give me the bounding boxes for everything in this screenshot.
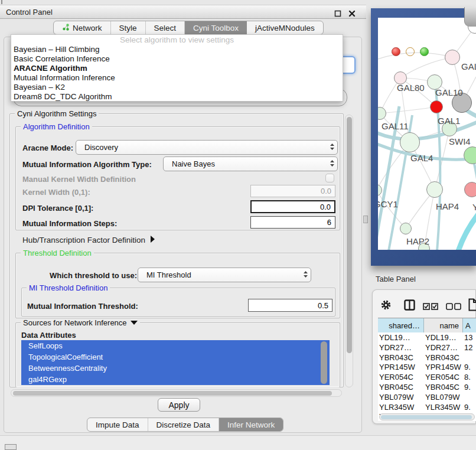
- which-threshold-combobox[interactable]: MI Threshold: [138, 268, 311, 282]
- network-node-hap4[interactable]: [426, 181, 443, 198]
- attributes-list-scrollbar[interactable]: [321, 341, 327, 384]
- tab-style[interactable]: Style: [111, 21, 146, 34]
- file-icon[interactable]: [468, 298, 476, 314]
- network-canvas[interactable]: GALGAL80GAL10GAL1GAL11SWI4GAL4GCY1HAP4YH…: [378, 18, 476, 250]
- table-cell: YLR345W: [379, 403, 423, 413]
- mi-steps-label: Mutual Information Steps:: [22, 219, 117, 228]
- control-panel-title: Control Panel: [6, 8, 53, 17]
- table-cell: 12: [464, 343, 476, 353]
- aracne-mode-label: Aracne Mode:: [22, 144, 73, 152]
- table-row[interactable]: YBR043CYBR043C: [378, 353, 476, 363]
- settings-vertical-scrollbar[interactable]: [345, 115, 353, 387]
- which-threshold-value: MI Threshold: [138, 270, 300, 279]
- hub-definition-section-toggle[interactable]: Hub/Transcription Factor Definition: [22, 236, 155, 244]
- tab-network[interactable]: Network: [54, 21, 111, 34]
- data-attribute-item[interactable]: BetweennessCentrality: [21, 363, 330, 374]
- table-cell: YBL079W: [379, 393, 423, 403]
- chevron-down-icon: [131, 318, 138, 327]
- table-row[interactable]: YPR145WYPR145W9.: [378, 363, 476, 373]
- splitter-grip[interactable]: [363, 216, 368, 223]
- node-label-gal10: GAL10: [435, 87, 463, 97]
- table-cell: YPR145W: [379, 363, 423, 373]
- table-row[interactable]: YLR345WYLR345W9.: [378, 403, 476, 413]
- table-horizontal-scrollbar[interactable]: [379, 413, 475, 420]
- apply-button[interactable]: Apply: [158, 398, 200, 412]
- mi-threshold-definition-title: MI Threshold Definition: [27, 283, 110, 292]
- table-row[interactable]: YDL19…YDL19…13: [378, 333, 476, 343]
- gear-icon[interactable]: [380, 299, 392, 313]
- table-cell: YDL19…: [425, 333, 462, 343]
- network-node-hap2[interactable]: [400, 223, 412, 234]
- network-node-gal4[interactable]: [400, 132, 420, 152]
- kernel-width-input[interactable]: 0.0: [250, 185, 335, 197]
- tab-discretize-data[interactable]: Discretize Data: [148, 418, 220, 431]
- column-header-partial[interactable]: A: [463, 318, 476, 332]
- table-cell: YDL19…: [379, 333, 423, 343]
- data-attribute-item[interactable]: TopologicalCoefficient: [21, 351, 330, 363]
- column-header-name[interactable]: name: [424, 318, 463, 332]
- table-row[interactable]: YBL079WYBL079W: [378, 393, 476, 403]
- dpi-tolerance-value: 0.0: [320, 203, 331, 211]
- sources-group-header[interactable]: Sources for Network Inference: [21, 318, 140, 327]
- node-label-gal: GAL: [461, 61, 476, 71]
- mi-algorithm-type-combobox[interactable]: Naive Bayes: [163, 156, 338, 171]
- tab-label: Network: [73, 24, 102, 32]
- tab-infer-network[interactable]: Infer Network: [219, 418, 283, 431]
- tab-select[interactable]: Select: [146, 21, 185, 34]
- column-header-shared-name[interactable]: shared…: [378, 318, 424, 332]
- dpi-tolerance-input[interactable]: 0.0: [250, 200, 335, 213]
- mi-steps-input[interactable]: 6: [250, 216, 335, 229]
- settings-horizontal-scrollbar[interactable]: [11, 389, 342, 397]
- table-row[interactable]: YER054CYER054C8.: [378, 373, 476, 383]
- tab-label: Infer Network: [227, 420, 275, 429]
- table-row[interactable]: YBR045CYBR045C9.: [378, 383, 476, 393]
- chevron-right-icon: [150, 236, 155, 244]
- columns-icon[interactable]: [404, 299, 415, 313]
- manual-kernel-checkbox[interactable]: [325, 174, 334, 182]
- tab-jactivemnodules[interactable]: jActiveMNodules: [247, 21, 323, 34]
- zoom-window-button[interactable]: [420, 47, 429, 56]
- algorithm-option[interactable]: Bayesian – K2: [11, 83, 343, 92]
- which-threshold-label: Which threshold to use:: [50, 271, 137, 280]
- network-view-window[interactable]: GALGAL80GAL10GAL1GAL11SWI4GAL4GCY1HAP4YH…: [371, 8, 476, 266]
- network-node-y[interactable]: [464, 182, 476, 197]
- close-window-button[interactable]: [392, 47, 400, 56]
- tab-cyni-toolbox[interactable]: Cyni Toolbox: [185, 21, 247, 34]
- table-cell: 8.: [464, 373, 476, 383]
- aracne-mode-combobox[interactable]: Discovery: [76, 140, 338, 155]
- table-row[interactable]: YDR27…YDR27…12: [378, 343, 476, 353]
- data-attribute-item[interactable]: SelfLoops: [21, 340, 330, 351]
- table-cell: YLR345W: [425, 403, 462, 413]
- data-attribute-item[interactable]: gal4RGexp: [21, 374, 330, 385]
- network-node-gal[interactable]: [445, 50, 460, 65]
- table-rows: YDL19…YDL19…13YDR27…YDR27…12YBR043CYBR04…: [378, 333, 476, 421]
- tab-label: Style: [119, 24, 137, 32]
- table-cell: 13: [464, 333, 476, 343]
- algorithm-option[interactable]: Basic Correlation Inference: [11, 54, 343, 64]
- combo-arrows-icon: [327, 159, 337, 169]
- algorithm-option[interactable]: ARACNE Algorithm: [11, 64, 343, 73]
- network-node-gal1[interactable]: [430, 100, 443, 113]
- minimize-window-button[interactable]: [406, 47, 415, 56]
- algorithm-option[interactable]: Dream8 DC_TDC Algorithm: [11, 92, 343, 102]
- dpi-tolerance-label: DPI Tolerance [0,1]:: [22, 204, 93, 213]
- background-window-corner: [464, 7, 476, 27]
- mi-threshold-input[interactable]: 0.5: [248, 299, 332, 312]
- tab-label: Discretize Data: [157, 420, 211, 429]
- float-window-icon[interactable]: [334, 9, 341, 16]
- algorithm-option[interactable]: Bayesian – Hill Climbing: [11, 45, 343, 54]
- table-cell: [464, 393, 476, 403]
- table-cell: 9.: [464, 383, 476, 393]
- checked-boxes-icon[interactable]: [423, 302, 438, 312]
- unchecked-boxes-icon[interactable]: [446, 302, 461, 312]
- node-label-gal80: GAL80: [397, 83, 425, 93]
- bottom-tabbar: Impute Data Discretize Data Infer Networ…: [87, 418, 283, 432]
- control-panel-tabbar: Network Style Select Cyni Toolbox jActiv…: [53, 21, 324, 35]
- minimized-panel-icon[interactable]: [5, 444, 17, 450]
- hub-definition-label: Hub/Transcription Factor Definition: [22, 236, 145, 244]
- close-icon[interactable]: [348, 9, 356, 16]
- tab-impute-data[interactable]: Impute Data: [87, 418, 148, 431]
- algorithm-option[interactable]: Mutual Information Inference: [11, 73, 343, 83]
- table-cell: YBL079W: [425, 393, 462, 403]
- algorithm-dropdown-placeholder: Select algorithm to view settings: [11, 35, 343, 45]
